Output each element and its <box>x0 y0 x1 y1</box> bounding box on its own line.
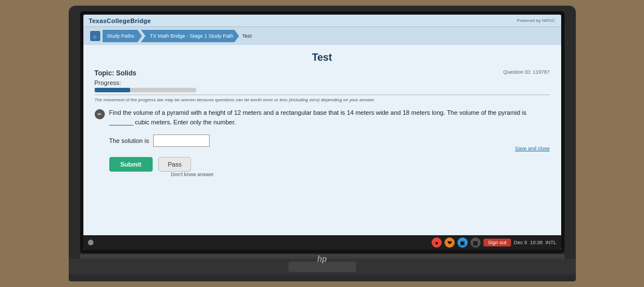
hp-logo: hp <box>317 254 327 263</box>
main-content: Test Topic: Solids Progress: Question ID… <box>83 45 561 235</box>
top-bar: TexasCollegeBridge Powered by NROC <box>83 15 561 27</box>
breadcrumb-test: Test <box>238 30 256 42</box>
submit-button[interactable]: Submit <box>109 157 153 172</box>
answer-row: The solution is <box>109 134 550 147</box>
progress-bar-fill <box>95 88 130 92</box>
answer-input[interactable] <box>153 134 210 147</box>
taskbar: ● ❤ ▣ ▦ Sign out Dec 9 10:38 INTL <box>83 235 561 250</box>
taskbar-icon-1[interactable]: ❤ <box>445 237 455 248</box>
taskbar-icon-2[interactable]: ▣ <box>458 237 468 248</box>
question-text: Find the volume of a pyramid with a heig… <box>109 108 550 127</box>
taskbar-icon-3[interactable]: ▦ <box>470 237 481 248</box>
home-icon[interactable]: ⌂ <box>90 31 100 41</box>
dont-know-label: Don't know answer <box>171 172 214 177</box>
question-block: ✏ Find the volume of a pyramid with a he… <box>95 108 550 127</box>
brand-name: TexasCollegeBridge <box>89 17 151 24</box>
progress-note: The movement of the progress bar may be … <box>95 95 550 102</box>
topic-value: Solids <box>116 69 136 77</box>
answer-prefix: The solution is <box>109 137 149 144</box>
buttons-row: Save and close Submit Pass Don't know an… <box>109 157 550 172</box>
breadcrumb: ⌂ Study Paths TX Math Bridge - Stage 1 S… <box>83 27 561 45</box>
progress-bar-container <box>95 88 196 92</box>
topic-label: Topic: Solids <box>95 69 196 77</box>
brand-area: TexasCollegeBridge <box>89 17 151 24</box>
question-icon: ✏ <box>95 109 105 119</box>
question-id: Question ID: 119787 <box>503 69 550 75</box>
chrome-icon[interactable]: ● <box>432 237 442 248</box>
signout-button[interactable]: Sign out <box>483 239 511 246</box>
taskbar-icons: ● ❤ ▣ ▦ Sign out Dec 9 10:38 INTL <box>432 237 557 248</box>
save-close-link[interactable]: Save and close <box>515 146 550 151</box>
powered-by: Powered by NROC <box>517 18 555 23</box>
progress-label: Progress: <box>95 79 196 86</box>
screen-bezel: TexasCollegeBridge Powered by NROC ⌂ Stu… <box>80 11 565 253</box>
laptop-shell: TexasCollegeBridge Powered by NROC ⌂ Stu… <box>69 6 576 281</box>
taskbar-intl: INTL <box>545 240 557 245</box>
breadcrumb-tx-math[interactable]: TX Math Bridge - Stage 1 Study Path <box>141 30 239 42</box>
page-title: Test <box>95 52 550 64</box>
taskbar-time: 10:38 <box>530 240 543 245</box>
taskbar-date: Dec 9 <box>514 240 527 245</box>
breadcrumb-study-paths[interactable]: Study Paths <box>103 30 143 42</box>
pass-button[interactable]: Pass <box>158 157 191 172</box>
taskbar-circle <box>88 240 94 245</box>
screen: TexasCollegeBridge Powered by NROC ⌂ Stu… <box>83 15 561 250</box>
